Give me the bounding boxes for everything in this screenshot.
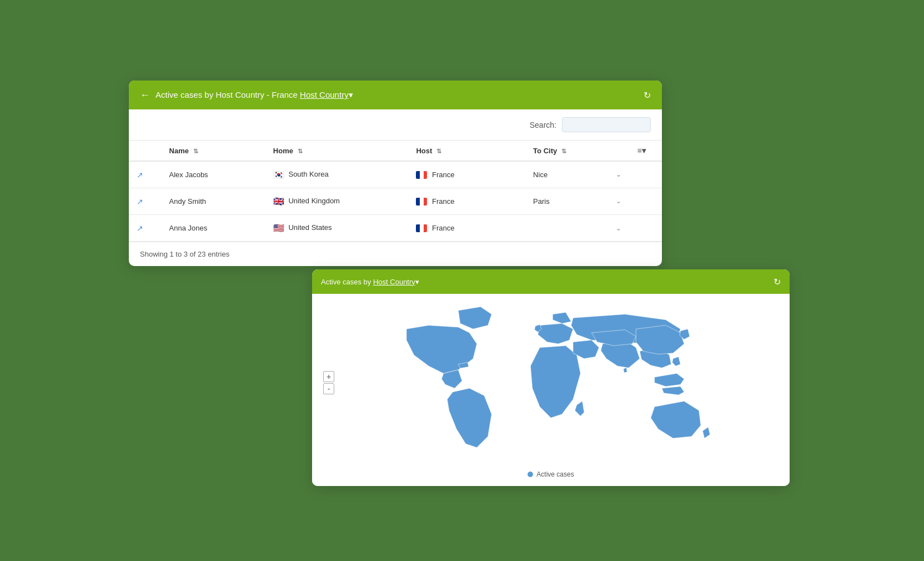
row-name: Anna Jones xyxy=(162,215,265,242)
search-input[interactable] xyxy=(562,117,651,132)
external-link-icon[interactable]: ↗ xyxy=(137,197,143,206)
row-expand-icon[interactable]: ⌄ xyxy=(616,224,621,232)
col-city-header[interactable]: To City ⇅ xyxy=(525,141,629,161)
table-row: ↗ Alex Jacobs 🇰🇷 South Korea France xyxy=(129,161,662,188)
row-city: Nice ⌄ xyxy=(525,161,629,188)
pagination-info: Showing 1 to 3 of 23 entries xyxy=(129,242,662,266)
row-actions xyxy=(629,188,662,215)
row-host: France xyxy=(408,215,525,242)
row-expand-icon[interactable]: ⌄ xyxy=(616,171,621,178)
row-host: France xyxy=(408,188,525,215)
card-body: Search: Name ⇅ Home ⇅ Host ⇅ xyxy=(129,109,662,266)
col-name-header[interactable]: Name ⇅ xyxy=(162,141,265,161)
korea-flag-icon: 🇰🇷 xyxy=(273,170,284,179)
legend-label: Active cases xyxy=(536,470,574,478)
uk-flag-icon: 🇬🇧 xyxy=(273,197,284,206)
row-home: 🇺🇸 United States xyxy=(265,215,409,242)
row-expand-icon[interactable]: ⌄ xyxy=(616,197,621,205)
row-host: France xyxy=(408,161,525,188)
search-label: Search: xyxy=(530,121,556,129)
row-name: Andy Smith xyxy=(162,188,265,215)
map-host-country-link[interactable]: Host Country xyxy=(373,278,415,286)
zoom-out-button[interactable]: - xyxy=(323,383,334,394)
row-link-cell: ↗ xyxy=(129,161,162,188)
map-card-header: Active cases by Host Country▾ ↻ xyxy=(312,269,790,294)
zoom-in-button[interactable]: + xyxy=(323,371,334,382)
search-bar: Search: xyxy=(129,109,662,141)
name-sort-icon: ⇅ xyxy=(193,148,198,155)
map-card-title: Active cases by Host Country▾ xyxy=(321,278,419,286)
map-legend: Active cases xyxy=(318,466,784,480)
col-host-header[interactable]: Host ⇅ xyxy=(408,141,525,161)
row-city: ⌄ xyxy=(525,215,629,242)
row-name: Alex Jacobs xyxy=(162,161,265,188)
city-sort-icon: ⇅ xyxy=(561,148,566,155)
column-menu-button[interactable]: ≡▾ xyxy=(637,146,645,155)
row-city: Paris ⌄ xyxy=(525,188,629,215)
map-body: + - xyxy=(312,294,790,486)
map-refresh-button[interactable]: ↻ xyxy=(774,277,781,287)
france-flag-icon xyxy=(416,224,427,232)
row-link-cell: ↗ xyxy=(129,188,162,215)
world-map-svg xyxy=(318,299,784,466)
refresh-button[interactable]: ↻ xyxy=(644,90,651,101)
col-menu-header[interactable]: ≡▾ xyxy=(629,141,662,161)
us-flag-icon: 🇺🇸 xyxy=(273,223,284,233)
row-home: 🇰🇷 South Korea xyxy=(265,161,409,188)
row-link-cell: ↗ xyxy=(129,215,162,242)
col-home-header[interactable]: Home ⇅ xyxy=(265,141,409,161)
external-link-icon[interactable]: ↗ xyxy=(137,171,143,179)
external-link-icon[interactable]: ↗ xyxy=(137,224,143,233)
row-home: 🇬🇧 United Kingdom xyxy=(265,188,409,215)
table-row: ↗ Andy Smith 🇬🇧 United Kingdom France xyxy=(129,188,662,215)
back-button[interactable]: ← xyxy=(140,89,150,101)
legend-dot-icon xyxy=(528,472,533,477)
data-table: Name ⇅ Home ⇅ Host ⇅ To City ⇅ ≡▾ xyxy=(129,141,662,242)
main-card-header: ← Active cases by Host Country - France … xyxy=(129,81,662,109)
row-actions xyxy=(629,215,662,242)
map-card: Active cases by Host Country▾ ↻ + - xyxy=(312,269,790,486)
table-row: ↗ Anna Jones 🇺🇸 United States France xyxy=(129,215,662,242)
main-card-title: Active cases by Host Country - France Ho… xyxy=(155,90,353,100)
main-table-card: ← Active cases by Host Country - France … xyxy=(129,81,662,266)
host-country-link[interactable]: Host Country xyxy=(300,90,349,99)
host-sort-icon: ⇅ xyxy=(436,148,441,155)
france-flag-icon xyxy=(416,198,427,206)
row-actions xyxy=(629,161,662,188)
map-container: + - xyxy=(318,299,784,466)
map-zoom-controls: + - xyxy=(323,371,334,394)
home-sort-icon: ⇅ xyxy=(298,148,303,155)
table-header-row: Name ⇅ Home ⇅ Host ⇅ To City ⇅ ≡▾ xyxy=(129,141,662,161)
col-icon-header xyxy=(129,141,162,161)
france-flag-icon xyxy=(416,171,427,179)
